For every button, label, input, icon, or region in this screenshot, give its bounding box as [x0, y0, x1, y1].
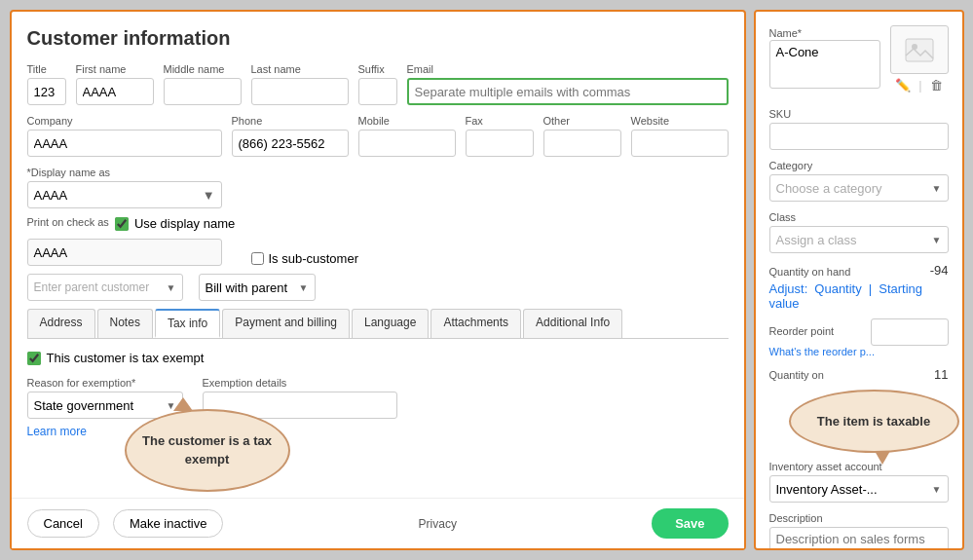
category-arrow: ▼	[932, 183, 942, 194]
sub-customer-label: Is sub-customer	[269, 251, 358, 266]
name-textarea[interactable]: A-Cone	[769, 40, 880, 89]
title-input[interactable]	[27, 78, 66, 105]
display-name-arrow: ▼	[203, 188, 215, 203]
first-name-input[interactable]	[76, 78, 154, 105]
category-select[interactable]: Choose a category ▼	[769, 174, 949, 202]
email-label: Email	[407, 63, 729, 75]
tab-notes[interactable]: Notes	[97, 309, 153, 338]
tab-additional-info[interactable]: Additional Info	[523, 309, 622, 338]
sku-group: SKU	[769, 108, 949, 150]
mobile-input[interactable]	[358, 130, 456, 157]
last-name-label: Last name	[251, 63, 349, 75]
qty-adjust-links: Adjust: Quantity | Starting value	[769, 281, 949, 311]
suffix-input[interactable]	[358, 78, 397, 105]
tax-exempt-label: This customer is tax exempt	[47, 351, 205, 365]
print-checkbox-label: Use display name	[134, 216, 235, 231]
sku-label: SKU	[769, 108, 949, 120]
title-label: Title	[27, 63, 66, 75]
exemption-details-label: Exemption details	[203, 377, 397, 389]
customer-information-panel: Customer information Title First name Mi…	[10, 10, 746, 550]
middle-name-input[interactable]	[164, 78, 242, 105]
reorder-input[interactable]	[871, 318, 949, 346]
tab-payment-billing[interactable]: Payment and billing	[222, 309, 350, 338]
parent-arrow: ▼	[167, 282, 176, 293]
inventory-asset-label: Inventory asset account	[769, 461, 949, 472]
qty-on-so-value: 11	[934, 367, 948, 382]
save-button[interactable]: Save	[652, 508, 728, 539]
website-input[interactable]	[631, 130, 729, 157]
class-select[interactable]: Assign a class ▼	[769, 226, 949, 253]
class-placeholder: Assign a class	[776, 233, 857, 247]
inventory-asset-select[interactable]: Inventory Asset-... ▼	[769, 475, 949, 503]
svg-rect-0	[906, 39, 933, 61]
phone-input[interactable]	[232, 130, 349, 157]
reorder-label: Reorder point	[769, 325, 835, 337]
tab-address[interactable]: Address	[27, 309, 95, 338]
inventory-asset-group: Inventory asset account Inventory Asset-…	[769, 461, 949, 503]
parent-customer-select[interactable]: Enter parent customer ▼	[27, 274, 183, 301]
qty-on-so-label: Quantity on	[769, 369, 824, 381]
qty-on-hand-section: Quantity on hand -94 Adjust: Quantity | …	[769, 263, 949, 311]
middle-name-label: Middle name	[164, 63, 242, 75]
print-label: Print on check as	[27, 216, 109, 228]
name-label: Name*	[769, 27, 803, 39]
email-input[interactable]	[407, 78, 729, 105]
separator: |	[918, 78, 921, 93]
company-label: Company	[27, 115, 222, 127]
privacy-link[interactable]: Privacy	[223, 517, 652, 531]
image-icons: ✏️ | 🗑	[895, 78, 942, 93]
print-value: AAAA	[27, 239, 222, 266]
display-name-value: AAAA	[34, 188, 68, 203]
bill-with-label: Bill with parent	[206, 280, 288, 295]
company-input[interactable]	[27, 130, 222, 157]
parent-placeholder: Enter parent customer	[34, 280, 150, 294]
speech-bubble-right: The item is taxable	[789, 390, 959, 453]
adjust-label: Adjust:	[769, 281, 808, 296]
qty-on-hand-value: -94	[930, 263, 949, 278]
edit-icon[interactable]: ✏️	[895, 78, 911, 93]
make-inactive-button[interactable]: Make inactive	[113, 509, 223, 538]
tab-language[interactable]: Language	[352, 309, 429, 338]
bill-with-parent-select[interactable]: Bill with parent ▼	[199, 274, 316, 301]
display-name-label: *Display name as	[27, 167, 222, 178]
description-label: Description	[769, 512, 949, 524]
fax-label: Fax	[466, 115, 534, 127]
class-label: Class	[769, 211, 949, 223]
category-label: Category	[769, 160, 949, 171]
delete-icon[interactable]: 🗑	[930, 78, 943, 93]
inventory-asset-value: Inventory Asset-...	[776, 482, 878, 497]
bill-arrow: ▼	[299, 282, 309, 293]
class-group: Class Assign a class ▼	[769, 211, 949, 253]
reason-value: State government	[34, 398, 134, 413]
sku-input[interactable]	[769, 123, 949, 150]
fax-input[interactable]	[466, 130, 534, 157]
speech-bubble-right-wrapper: The item is taxable	[769, 390, 949, 453]
tab-attachments[interactable]: Attachments	[430, 309, 521, 338]
reorder-group: Reorder point What's the reorder p...	[769, 318, 949, 357]
last-name-input[interactable]	[251, 78, 349, 105]
cancel-button[interactable]: Cancel	[27, 509, 99, 538]
reason-label: Reason for exemption*	[27, 377, 183, 389]
mobile-label: Mobile	[358, 115, 456, 127]
tabs-row: Address Notes Tax info Payment and billi…	[27, 309, 729, 339]
inventory-asset-arrow: ▼	[932, 484, 942, 495]
description-textarea[interactable]	[769, 527, 949, 550]
sub-customer-checkbox-group: Is sub-customer	[251, 251, 358, 266]
bottom-bar: Cancel Make inactive Privacy Save	[12, 498, 744, 548]
tab-tax-info[interactable]: Tax info	[155, 309, 220, 338]
sub-customer-checkbox[interactable]	[251, 252, 264, 265]
description-group: Description	[769, 512, 949, 550]
category-placeholder: Choose a category	[776, 181, 882, 196]
suffix-label: Suffix	[358, 63, 397, 75]
reorder-link[interactable]: What's the reorder p...	[769, 346, 949, 357]
image-placeholder	[890, 25, 949, 74]
phone-label: Phone	[232, 115, 349, 127]
print-checkbox[interactable]	[115, 217, 129, 231]
display-name-select[interactable]: AAAA ▼	[27, 181, 222, 208]
qty-separator: |	[869, 281, 872, 296]
tax-exempt-checkbox[interactable]	[27, 352, 41, 365]
other-input[interactable]	[543, 130, 621, 157]
item-panel: Name* A-Cone ✏️ | 🗑 SKU Category	[754, 10, 964, 550]
qty-quantity-link[interactable]: Quantity	[814, 281, 861, 296]
category-group: Category Choose a category ▼	[769, 160, 949, 202]
